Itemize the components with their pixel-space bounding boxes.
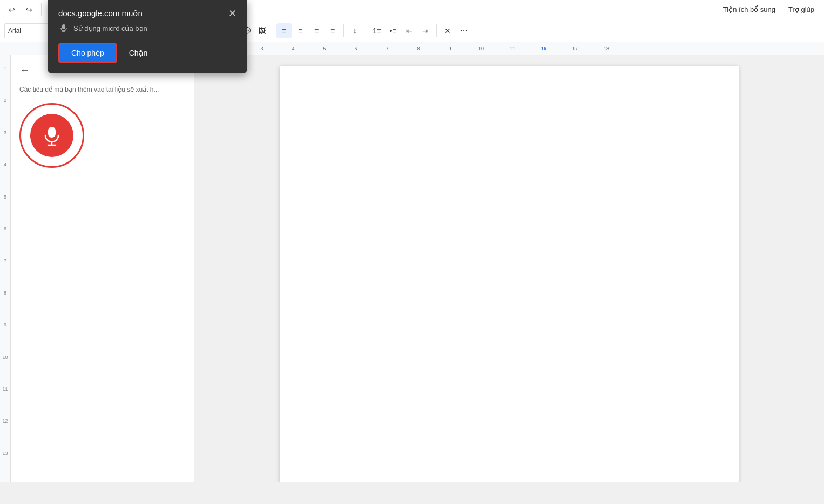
popup-subtitle-text: Sử dụng micrô của bạn: [73, 24, 147, 32]
permission-popup: docs.google.com muốn ✕ Sử dụng micrô của…: [48, 0, 247, 73]
microphone-button[interactable]: [19, 103, 84, 168]
ruler-mark: 16: [528, 46, 559, 51]
sidebar-with-ruler: 1 2 3 4 5 6 7 8 9 10 11 12 13 ← Các tiêu…: [0, 55, 194, 482]
svg-rect-5: [48, 127, 56, 138]
popup-buttons: Cho phép Chặn: [58, 43, 237, 63]
popup-title-row: docs.google.com muốn: [58, 9, 143, 18]
indent-decrease-button[interactable]: ⇤: [402, 23, 417, 38]
microphone-icon: [41, 125, 63, 146]
unordered-list-button[interactable]: •≡: [386, 23, 401, 38]
sep7: [366, 24, 366, 37]
ruler-3: 3: [4, 130, 6, 162]
document-page[interactable]: [280, 66, 739, 482]
main-area: 1 2 3 4 5 6 7 8 9 10 11 12 13 ← Các tiêu…: [0, 55, 824, 482]
redo-button[interactable]: ↪: [22, 2, 37, 17]
ruler-10: 10: [2, 355, 8, 386]
align-center-button[interactable]: ≡: [293, 23, 308, 38]
align-left-button[interactable]: ≡: [276, 23, 292, 38]
more-format-button[interactable]: ⋯: [456, 23, 471, 38]
ordered-list-button[interactable]: 1≡: [369, 23, 384, 38]
sidebar-description: Các tiêu đề mà bạn thêm vào tài liệu sẽ …: [19, 85, 185, 94]
ruler-mark: 11: [497, 46, 528, 51]
font-name: Arial: [8, 27, 21, 35]
menu-item-help[interactable]: Trợ giúp: [783, 3, 820, 16]
line-spacing-button[interactable]: ↕: [347, 23, 362, 38]
sep6: [343, 24, 344, 37]
ruler-mark: 17: [559, 46, 591, 51]
ruler-12: 12: [2, 418, 8, 450]
svg-rect-0: [62, 24, 65, 29]
ruler-6: 6: [4, 226, 6, 258]
image-button[interactable]: 🖼: [254, 23, 269, 38]
ruler-mark: 6: [340, 46, 372, 51]
ruler-mark: 8: [403, 46, 434, 51]
ruler-5: 5: [4, 194, 6, 226]
microphone-small-icon: [58, 23, 69, 33]
separator-1: [41, 3, 42, 16]
ruler-mark: 4: [278, 46, 309, 51]
microphone-icon-container: [30, 114, 73, 157]
indent-increase-button[interactable]: ⇥: [418, 23, 433, 38]
sep8: [436, 24, 437, 37]
ruler-1: 1: [4, 66, 6, 98]
outline-sidebar: ← Các tiêu đề mà bạn thêm vào tài liệu s…: [11, 55, 194, 482]
ruler-13: 13: [2, 451, 8, 482]
popup-title: docs.google.com muốn: [58, 9, 143, 18]
menu-item-addons[interactable]: Tiện ích bổ sung: [718, 3, 781, 16]
undo-button[interactable]: ↩: [4, 2, 19, 17]
ruler-mark: 10: [465, 46, 497, 51]
allow-button[interactable]: Cho phép: [58, 43, 117, 63]
align-justify-button[interactable]: ≡: [325, 23, 340, 38]
ruler-2: 2: [4, 98, 6, 130]
ruler-mark: 5: [309, 46, 340, 51]
ruler-mark: 18: [591, 46, 622, 51]
ruler-mark: 7: [372, 46, 403, 51]
ruler-8: 8: [4, 290, 6, 322]
sep5: [273, 24, 273, 37]
page-ruler: 1 2 3 4 5 6 7 8 9 10 11 12 13: [0, 55, 11, 482]
ruler-mark: 9: [434, 46, 465, 51]
close-icon[interactable]: ✕: [228, 9, 237, 18]
popup-subtitle: Sử dụng micrô của bạn: [58, 23, 237, 33]
block-button[interactable]: Chặn: [124, 44, 153, 62]
ruler-9: 9: [4, 322, 6, 354]
ruler-4: 4: [4, 162, 6, 194]
clear-format-button[interactable]: ✕: [440, 23, 455, 38]
ruler-numbers: 1 2 3 4 5 6 7 8 9 10 11 16 17 18: [184, 46, 622, 51]
ruler-11: 11: [2, 386, 8, 418]
document-area[interactable]: [194, 55, 824, 482]
popup-header: docs.google.com muốn ✕: [58, 9, 237, 18]
ruler-7: 7: [4, 258, 6, 290]
ruler-mark: 3: [246, 46, 278, 51]
align-right-button[interactable]: ≡: [309, 23, 324, 38]
